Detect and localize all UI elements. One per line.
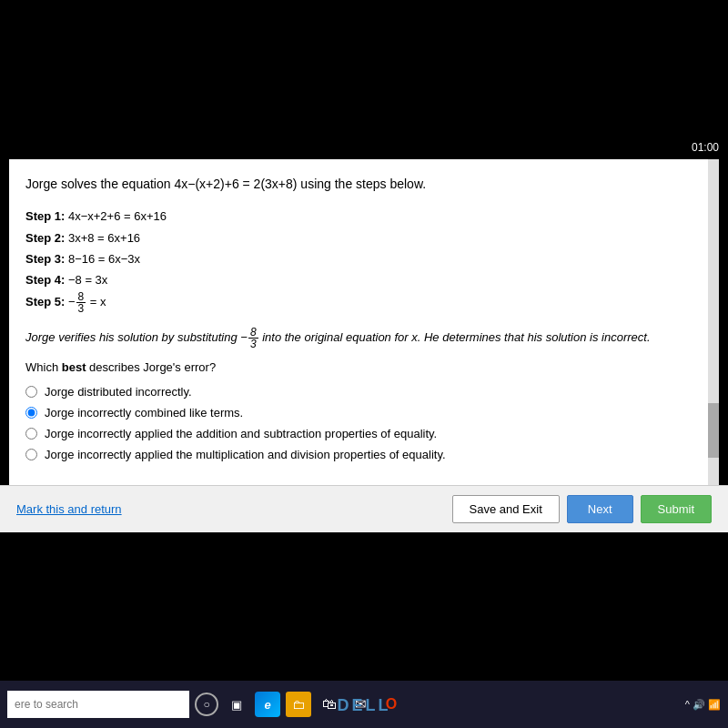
option-1-label[interactable]: Jorge distributed incorrectly.: [45, 385, 192, 399]
submit-button[interactable]: Submit: [641, 495, 712, 523]
taskbar-right: ^ 🔊 📶: [685, 699, 721, 711]
radio-opt2[interactable]: [25, 407, 37, 419]
scrollbar[interactable]: [708, 159, 719, 485]
edge-browser-icon[interactable]: e: [255, 692, 280, 717]
scroll-thumb[interactable]: [708, 403, 719, 458]
answer-options: Jorge distributed incorrectly. Jorge inc…: [25, 385, 703, 461]
step-4: Step 4: −8 = 3x: [25, 269, 703, 290]
radio-opt1[interactable]: [25, 386, 37, 398]
mark-return-link[interactable]: Mark this and return: [16, 502, 122, 516]
verification-text: Jorge verifies his solution by substitut…: [25, 327, 703, 349]
option-2-label[interactable]: Jorge incorrectly combined like terms.: [45, 406, 243, 420]
radio-opt3[interactable]: [25, 428, 37, 440]
step-5: Step 5: −83 = x: [25, 291, 703, 314]
system-tray-icons: ^ 🔊 📶: [685, 699, 721, 711]
buttons-right: Save and Exit Next Submit: [452, 495, 712, 523]
task-view-icon[interactable]: ▣: [224, 692, 249, 717]
time-display: 01:00: [692, 141, 719, 154]
file-explorer-icon[interactable]: 🗀: [286, 692, 311, 717]
screen-bezel: 01:00: [0, 0, 728, 159]
next-button[interactable]: Next: [567, 495, 633, 523]
question-intro: Jorge solves the equation 4x−(x+2)+6 = 2…: [25, 174, 703, 193]
search-input[interactable]: [7, 691, 189, 718]
action-bar: Mark this and return Save and Exit Next …: [0, 485, 728, 532]
radio-opt4[interactable]: [25, 449, 37, 460]
question-prompt: Which best describes Jorge's error?: [25, 360, 703, 374]
option-4-label[interactable]: Jorge incorrectly applied the multiplica…: [45, 448, 446, 461]
dell-logo: DELL: [338, 696, 391, 715]
step-1: Step 1: 4x−x+2+6 = 6x+16: [25, 206, 703, 227]
option-3[interactable]: Jorge incorrectly applied the addition a…: [25, 427, 703, 440]
start-button-icon[interactable]: ○: [195, 693, 218, 716]
save-exit-button[interactable]: Save and Exit: [452, 495, 560, 523]
option-2[interactable]: Jorge incorrectly combined like terms.: [25, 406, 703, 420]
step-2: Step 2: 3x+8 = 6x+16: [25, 228, 703, 248]
option-3-label[interactable]: Jorge incorrectly applied the addition a…: [45, 427, 437, 440]
steps-section: Step 1: 4x−x+2+6 = 6x+16 Step 2: 3x+8 = …: [25, 206, 703, 314]
step-3: Step 3: 8−16 = 6x−3x: [25, 248, 703, 269]
option-1[interactable]: Jorge distributed incorrectly.: [25, 385, 703, 399]
question-area: Jorge solves the equation 4x−(x+2)+6 = 2…: [9, 159, 719, 485]
option-4[interactable]: Jorge incorrectly applied the multiplica…: [25, 448, 703, 461]
equation-text: 4x−(x+2)+6 = 2(3x+8): [174, 177, 297, 191]
screen-content: Jorge solves the equation 4x−(x+2)+6 = 2…: [0, 159, 728, 532]
prompt-bold: best: [62, 360, 86, 374]
